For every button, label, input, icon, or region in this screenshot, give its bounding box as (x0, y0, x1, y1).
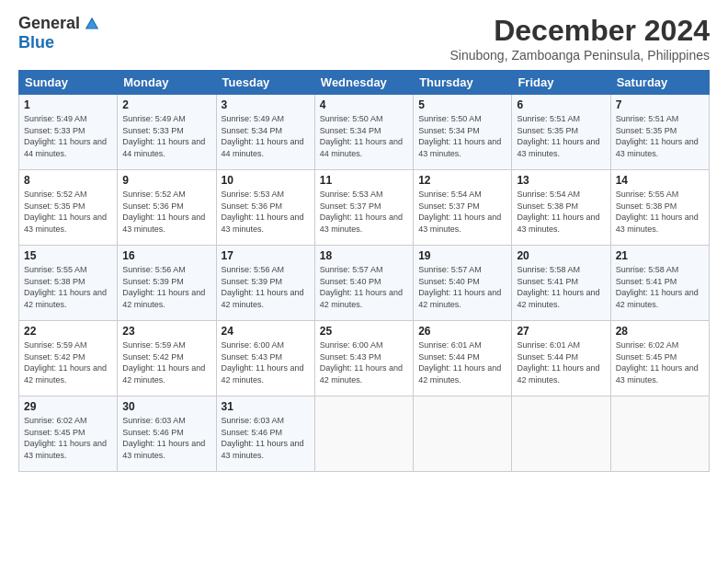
day-number: 6 (517, 98, 605, 111)
day-info: Sunrise: 5:51 AMSunset: 5:35 PMDaylight:… (616, 113, 704, 159)
day-cell: 1 Sunrise: 5:49 AMSunset: 5:33 PMDayligh… (19, 95, 118, 170)
day-cell: 14 Sunrise: 5:55 AMSunset: 5:38 PMDaylig… (610, 170, 709, 246)
day-number: 13 (517, 174, 605, 187)
day-info: Sunrise: 5:49 AMSunset: 5:34 PMDaylight:… (222, 113, 310, 159)
header: General Blue December 2024 Sinubong, Zam… (18, 14, 710, 63)
day-number: 23 (122, 325, 210, 338)
day-number: 4 (320, 98, 408, 111)
day-info: Sunrise: 5:54 AMSunset: 5:38 PMDaylight:… (517, 189, 605, 235)
day-cell: 19 Sunrise: 5:57 AMSunset: 5:40 PMDaylig… (414, 246, 512, 321)
day-cell: 2 Sunrise: 5:49 AMSunset: 5:33 PMDayligh… (118, 95, 216, 170)
day-info: Sunrise: 5:50 AMSunset: 5:34 PMDaylight:… (418, 113, 506, 159)
day-cell: 3 Sunrise: 5:49 AMSunset: 5:34 PMDayligh… (216, 95, 314, 170)
calendar-table: Sunday Monday Tuesday Wednesday Thursday… (18, 70, 710, 472)
header-row: Sunday Monday Tuesday Wednesday Thursday… (19, 71, 710, 95)
day-number: 14 (616, 174, 704, 187)
day-number: 17 (222, 249, 310, 262)
day-cell: 18 Sunrise: 5:57 AMSunset: 5:40 PMDaylig… (314, 246, 413, 321)
day-cell: 7 Sunrise: 5:51 AMSunset: 5:35 PMDayligh… (610, 95, 709, 170)
week-row-4: 22 Sunrise: 5:59 AMSunset: 5:42 PMDaylig… (19, 321, 710, 396)
day-number: 7 (616, 98, 704, 111)
day-cell: 30 Sunrise: 6:03 AMSunset: 5:46 PMDaylig… (118, 396, 216, 472)
day-info: Sunrise: 5:57 AMSunset: 5:40 PMDaylight:… (320, 264, 408, 310)
col-saturday: Saturday (610, 71, 709, 95)
day-cell (512, 396, 610, 472)
day-number: 26 (418, 325, 506, 338)
day-number: 21 (616, 249, 704, 262)
day-cell: 9 Sunrise: 5:52 AMSunset: 5:36 PMDayligh… (118, 170, 216, 246)
day-cell: 21 Sunrise: 5:58 AMSunset: 5:41 PMDaylig… (610, 246, 709, 321)
day-info: Sunrise: 5:57 AMSunset: 5:40 PMDaylight:… (418, 264, 506, 310)
day-info: Sunrise: 5:58 AMSunset: 5:41 PMDaylight:… (616, 264, 704, 310)
day-info: Sunrise: 5:49 AMSunset: 5:33 PMDaylight:… (24, 113, 112, 159)
day-cell (314, 396, 413, 472)
day-cell: 27 Sunrise: 6:01 AMSunset: 5:44 PMDaylig… (512, 321, 610, 396)
day-number: 10 (222, 174, 310, 187)
day-info: Sunrise: 5:52 AMSunset: 5:35 PMDaylight:… (24, 189, 112, 235)
day-number: 25 (320, 325, 408, 338)
day-number: 5 (418, 98, 506, 111)
day-cell (610, 396, 709, 472)
day-info: Sunrise: 5:51 AMSunset: 5:35 PMDaylight:… (517, 113, 605, 159)
day-cell: 25 Sunrise: 6:00 AMSunset: 5:43 PMDaylig… (314, 321, 413, 396)
day-info: Sunrise: 6:00 AMSunset: 5:43 PMDaylight:… (222, 339, 310, 385)
title-section: December 2024 Sinubong, Zamboanga Penins… (449, 14, 710, 63)
day-number: 27 (517, 325, 605, 338)
day-number: 31 (222, 400, 310, 413)
day-number: 9 (122, 174, 210, 187)
day-info: Sunrise: 5:55 AMSunset: 5:38 PMDaylight:… (616, 189, 704, 235)
day-number: 15 (24, 249, 112, 262)
day-info: Sunrise: 5:56 AMSunset: 5:39 PMDaylight:… (222, 264, 310, 310)
day-cell: 16 Sunrise: 5:56 AMSunset: 5:39 PMDaylig… (118, 246, 216, 321)
day-number: 11 (320, 174, 408, 187)
day-cell: 22 Sunrise: 5:59 AMSunset: 5:42 PMDaylig… (19, 321, 118, 396)
week-row-5: 29 Sunrise: 6:02 AMSunset: 5:45 PMDaylig… (19, 396, 710, 472)
day-cell: 23 Sunrise: 5:59 AMSunset: 5:42 PMDaylig… (118, 321, 216, 396)
col-friday: Friday (512, 71, 610, 95)
day-info: Sunrise: 5:59 AMSunset: 5:42 PMDaylight:… (24, 339, 112, 385)
day-cell: 26 Sunrise: 6:01 AMSunset: 5:44 PMDaylig… (414, 321, 512, 396)
day-number: 12 (418, 174, 506, 187)
col-tuesday: Tuesday (216, 71, 314, 95)
day-cell: 12 Sunrise: 5:54 AMSunset: 5:37 PMDaylig… (414, 170, 512, 246)
day-number: 28 (616, 325, 704, 338)
col-monday: Monday (118, 71, 216, 95)
day-info: Sunrise: 5:58 AMSunset: 5:41 PMDaylight:… (517, 264, 605, 310)
day-number: 18 (320, 249, 408, 262)
logo-icon (84, 16, 100, 32)
logo: General Blue (18, 14, 100, 52)
day-cell: 17 Sunrise: 5:56 AMSunset: 5:39 PMDaylig… (216, 246, 314, 321)
day-number: 19 (418, 249, 506, 262)
day-number: 3 (222, 98, 310, 111)
day-cell: 24 Sunrise: 6:00 AMSunset: 5:43 PMDaylig… (216, 321, 314, 396)
day-cell: 13 Sunrise: 5:54 AMSunset: 5:38 PMDaylig… (512, 170, 610, 246)
day-cell: 20 Sunrise: 5:58 AMSunset: 5:41 PMDaylig… (512, 246, 610, 321)
day-info: Sunrise: 6:01 AMSunset: 5:44 PMDaylight:… (517, 339, 605, 385)
day-number: 29 (24, 400, 112, 413)
day-info: Sunrise: 6:01 AMSunset: 5:44 PMDaylight:… (418, 339, 506, 385)
day-cell: 15 Sunrise: 5:55 AMSunset: 5:38 PMDaylig… (19, 246, 118, 321)
day-cell: 29 Sunrise: 6:02 AMSunset: 5:45 PMDaylig… (19, 396, 118, 472)
day-info: Sunrise: 5:50 AMSunset: 5:34 PMDaylight:… (320, 113, 408, 159)
week-row-3: 15 Sunrise: 5:55 AMSunset: 5:38 PMDaylig… (19, 246, 710, 321)
day-cell: 10 Sunrise: 5:53 AMSunset: 5:36 PMDaylig… (216, 170, 314, 246)
day-cell: 8 Sunrise: 5:52 AMSunset: 5:35 PMDayligh… (19, 170, 118, 246)
day-cell: 31 Sunrise: 6:03 AMSunset: 5:46 PMDaylig… (216, 396, 314, 472)
day-number: 30 (122, 400, 210, 413)
day-info: Sunrise: 5:53 AMSunset: 5:36 PMDaylight:… (222, 189, 310, 235)
day-cell: 4 Sunrise: 5:50 AMSunset: 5:34 PMDayligh… (314, 95, 413, 170)
col-wednesday: Wednesday (314, 71, 413, 95)
page: General Blue December 2024 Sinubong, Zam… (0, 0, 728, 563)
col-sunday: Sunday (19, 71, 118, 95)
day-cell: 28 Sunrise: 6:02 AMSunset: 5:45 PMDaylig… (610, 321, 709, 396)
day-info: Sunrise: 5:53 AMSunset: 5:37 PMDaylight:… (320, 189, 408, 235)
month-title: December 2024 (449, 14, 710, 48)
week-row-2: 8 Sunrise: 5:52 AMSunset: 5:35 PMDayligh… (19, 170, 710, 246)
day-number: 24 (222, 325, 310, 338)
day-number: 8 (24, 174, 112, 187)
week-row-1: 1 Sunrise: 5:49 AMSunset: 5:33 PMDayligh… (19, 95, 710, 170)
day-cell: 5 Sunrise: 5:50 AMSunset: 5:34 PMDayligh… (414, 95, 512, 170)
logo-blue-text: Blue (18, 33, 54, 52)
day-number: 1 (24, 98, 112, 111)
day-number: 22 (24, 325, 112, 338)
